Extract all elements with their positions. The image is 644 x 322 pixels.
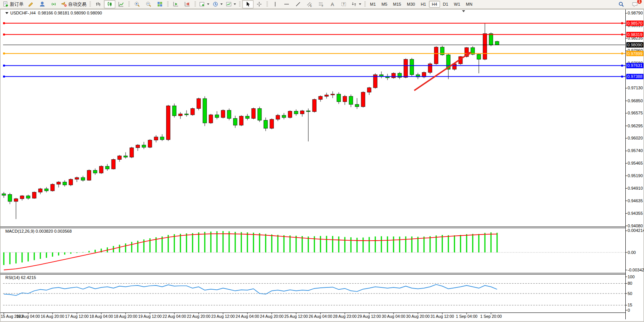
timeframe-button-h4[interactable]: H4: [429, 1, 440, 8]
zoom-in-icon: [134, 1, 140, 7]
level-handle[interactable]: [3, 33, 5, 35]
candle-body: [166, 106, 170, 140]
candle-body: [300, 111, 304, 114]
chart-shift-marker[interactable]: [462, 10, 465, 12]
cursor-tool-button[interactable]: [242, 0, 253, 8]
time-axis-label: 1 Sep 04:00: [456, 314, 478, 319]
mt4-application: 新订单 自动交易: [0, 0, 644, 322]
crosshair-tool-button[interactable]: [253, 0, 265, 8]
equidistant-channel-tool-button[interactable]: E: [304, 0, 315, 8]
text-label-tool-button[interactable]: T: [338, 0, 349, 8]
arrows-icon: [351, 1, 357, 7]
chart-menu-caret-icon[interactable]: [5, 12, 8, 14]
arrows-tool-button[interactable]: [349, 0, 363, 8]
macd-tick-label: 0.004214: [628, 228, 644, 233]
level-handle[interactable]: [621, 22, 623, 24]
timeframe-button-d1[interactable]: D1: [440, 1, 451, 8]
candle-body: [221, 110, 225, 117]
time-axis-label: 24 Aug 20:00: [260, 314, 284, 319]
horizontal-line-tool-button[interactable]: [281, 0, 292, 8]
candle-body: [179, 114, 182, 116]
candle-body: [355, 105, 359, 107]
line-chart-button[interactable]: [115, 0, 127, 8]
autotrading-button[interactable]: 自动交易: [59, 0, 88, 8]
level-handle[interactable]: [621, 52, 623, 54]
timeframe-button-m30[interactable]: M30: [404, 1, 418, 8]
candle-body: [14, 199, 18, 201]
chart-window[interactable]: 0.987900.985150.982350.979600.976800.974…: [0, 9, 644, 322]
candle-body: [288, 111, 292, 118]
vertical-line-icon: [272, 1, 278, 7]
level-handle[interactable]: [621, 33, 623, 35]
timeframe-button-mn[interactable]: MN: [463, 1, 475, 8]
templates-icon: [226, 1, 232, 7]
candle-body: [270, 119, 274, 128]
zoom-in-button[interactable]: [131, 0, 143, 8]
notification-badge: 1: [637, 0, 642, 4]
toolbar-grip: [128, 2, 130, 7]
candle-body: [8, 195, 12, 201]
symbol-row: USDCHF-,H4 0.98166 0.98181 0.98090 0.980…: [5, 11, 102, 15]
time-axis-label: 30 Aug 04:00: [382, 314, 405, 319]
trendline-tool-button[interactable]: [292, 0, 304, 8]
text-tool-button[interactable]: A: [327, 0, 338, 8]
svg-text:F: F: [322, 5, 324, 7]
candle-body: [154, 137, 158, 140]
templates-button[interactable]: [224, 0, 238, 8]
bar-chart-icon: [95, 1, 101, 7]
candle-body: [282, 115, 286, 117]
new-order-button[interactable]: 新订单: [1, 0, 25, 8]
chart-canvas[interactable]: 0.987900.985150.982350.979600.976800.974…: [0, 9, 644, 322]
price-tick-label: 0.96850: [628, 98, 643, 103]
candle-body: [495, 41, 499, 45]
candle-body: [26, 196, 30, 198]
timeframe-button-m5[interactable]: M5: [379, 1, 390, 8]
level-handle[interactable]: [3, 52, 5, 54]
candlestick-chart-button[interactable]: [104, 0, 115, 8]
timeframe-button-w1[interactable]: W1: [451, 1, 463, 8]
time-axis-label: 26 Aug 04:00: [309, 314, 332, 319]
candle-body: [38, 189, 42, 192]
candle-body: [361, 92, 365, 107]
indicators-button[interactable]: [198, 0, 211, 8]
horizontal-line-icon: [284, 1, 290, 7]
periods-button[interactable]: [211, 0, 224, 8]
candle-body: [252, 108, 255, 118]
bar-chart-button[interactable]: [92, 0, 104, 8]
notifications-button[interactable]: 1: [629, 0, 641, 8]
channel-icon: E: [306, 1, 312, 7]
rsi-line: [4, 284, 497, 295]
candle-body: [209, 115, 213, 123]
level-handle[interactable]: [621, 76, 623, 78]
macd-label: MACD(12,26,9) 0.003820 0.003568: [5, 229, 72, 233]
level-handle[interactable]: [621, 65, 623, 67]
candle-body: [20, 196, 24, 199]
level-handle[interactable]: [3, 22, 5, 24]
level-handle[interactable]: [3, 76, 5, 78]
fibonacci-tool-button[interactable]: F: [315, 0, 327, 8]
zoom-out-button[interactable]: [143, 0, 154, 8]
time-axis-label: 17 Aug 12:00: [65, 314, 89, 319]
fibonacci-icon: F: [318, 1, 324, 7]
tile-windows-button[interactable]: [154, 0, 166, 8]
chart-shift-button[interactable]: [182, 0, 193, 8]
candle-body: [191, 108, 194, 115]
timeframe-button-m1[interactable]: M1: [367, 1, 378, 8]
text-label-icon: T: [341, 1, 347, 7]
timeframe-button-h1[interactable]: H1: [418, 1, 429, 8]
signals-button[interactable]: [48, 0, 59, 8]
toolbar-grip: [239, 2, 241, 7]
auto-scroll-button[interactable]: [170, 0, 182, 8]
candle-body: [239, 116, 243, 125]
search-button[interactable]: [615, 0, 627, 8]
candle-body: [2, 194, 6, 195]
price-tick-label: 0.95740: [628, 148, 643, 153]
timeframe-button-m15[interactable]: M15: [391, 1, 404, 8]
price-tick-label: 0.96295: [628, 124, 643, 128]
level-handle[interactable]: [3, 65, 5, 67]
candle-body: [75, 178, 79, 179]
vertical-line-tool-button[interactable]: [269, 0, 281, 8]
toolbar-grip: [194, 2, 196, 7]
profile-button[interactable]: [37, 0, 48, 8]
metaeditor-button[interactable]: [25, 0, 37, 8]
